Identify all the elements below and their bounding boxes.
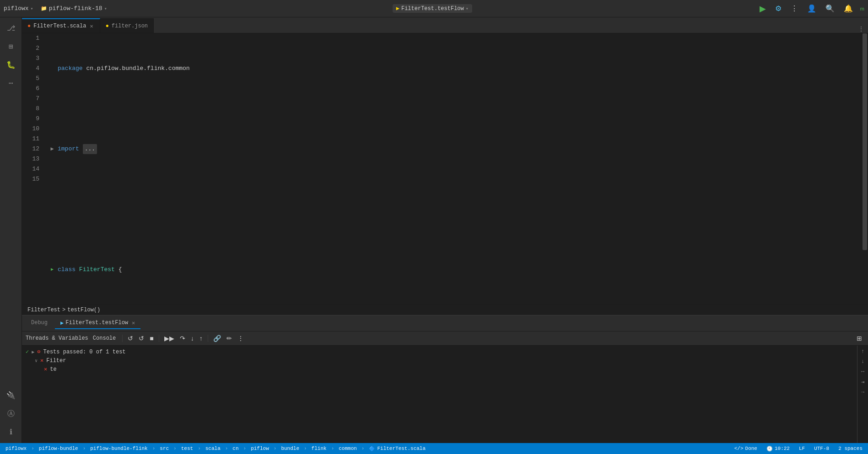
status-sep4: ›	[173, 446, 177, 451]
more-options-button[interactable]: ⋮	[789, 2, 800, 15]
line-num-7: 7	[22, 94, 39, 104]
tab-debug[interactable]: Debug	[26, 318, 53, 329]
status-piflow-bundle[interactable]: piflow-bundle	[37, 446, 80, 451]
line-num-4: 4	[22, 64, 39, 74]
scala-icon: ●	[27, 23, 31, 29]
status-bundle[interactable]: bundle	[279, 446, 301, 451]
rerun2-button[interactable]: ↺	[136, 333, 146, 343]
stop-button[interactable]: ■	[147, 333, 156, 343]
scroll-right-icon[interactable]: ⇥	[860, 378, 865, 386]
collapse-marker[interactable]: ▶	[49, 145, 56, 153]
notifications-button[interactable]: 🔔	[842, 2, 855, 15]
breadcrumb-testflow[interactable]: testFlow()	[67, 307, 100, 313]
editor-tabs-right[interactable]: ⋮	[858, 25, 868, 33]
status-flink[interactable]: flink	[310, 446, 329, 451]
test-summary-label: Tests passed: 0 of 1 test	[43, 349, 126, 355]
status-sep6: ›	[225, 446, 228, 451]
app-chevron-icon[interactable]: ▾	[31, 6, 33, 11]
sub-label: te	[50, 366, 56, 373]
sidebar-icon-extensions[interactable]: ⊞	[4, 39, 18, 54]
split-editor-icon[interactable]: ⋮	[858, 25, 864, 33]
sub-x-icon: ✕	[44, 366, 47, 373]
sidebar-right-icon[interactable]: →	[860, 388, 865, 396]
status-indent[interactable]: 2 spaces	[836, 446, 864, 451]
project-name[interactable]: 📁 piflow-flink-18 ▾	[41, 5, 107, 12]
title-bar-center: ▶ FilterTest.testFlow ▾	[107, 4, 758, 13]
line-num-13: 13	[22, 154, 39, 164]
toolbar-sep3	[208, 335, 208, 342]
status-bar-left: piflowx › piflow-bundle › piflow-bundle-…	[4, 446, 427, 452]
run-button[interactable]: ▶	[758, 2, 768, 16]
code-content[interactable]: package cn.piflow.bundle.flink.common ▶ …	[45, 33, 862, 304]
toolbar-sep	[122, 335, 123, 342]
console-tab[interactable]: Console	[93, 335, 116, 342]
filter-expand-icon[interactable]: ∨	[35, 358, 38, 363]
sidebar-icon-debug[interactable]: 🐛	[4, 58, 18, 72]
app-name[interactable]: piflowx ▾	[4, 5, 33, 12]
status-scala[interactable]: scala	[204, 446, 222, 451]
line-num-3: 3	[22, 53, 39, 64]
status-time[interactable]: 🕙 10:22	[765, 446, 792, 452]
status-encoding[interactable]: UTF-8	[812, 446, 831, 451]
link-button[interactable]: 🔗	[211, 333, 223, 343]
search-button[interactable]: 🔍	[824, 2, 836, 15]
sidebar-icon-bottom1[interactable]: 🔌	[4, 388, 18, 403]
debug-panel: Debug ▶ FilterTest.testFlow ✕ Threads & …	[22, 315, 868, 443]
scroll-down-icon[interactable]: ↓	[860, 358, 865, 366]
title-bar: piflowx ▾ 📁 piflow-flink-18 ▾ ▶ FilterTe…	[0, 0, 868, 17]
keyword-import: import	[58, 144, 79, 154]
status-cn[interactable]: cn	[231, 446, 240, 451]
line-num-5: 5	[22, 74, 39, 84]
rerun-button[interactable]: ↺	[125, 333, 135, 343]
sidebar-icon-bottom2[interactable]: Ⓐ	[4, 406, 18, 421]
tab-close-debug[interactable]: ✕	[132, 320, 135, 326]
tab-filtertest-scala[interactable]: ● FilterTest.scala ✕	[22, 18, 100, 33]
expand-layout-button[interactable]: ⊞	[854, 333, 864, 343]
edit-button[interactable]: ✏	[224, 333, 234, 343]
resume-button[interactable]: ▶▶	[162, 333, 177, 343]
scroll-up-icon[interactable]: ↑	[860, 347, 865, 356]
run-config[interactable]: ▶ FilterTest.testFlow ▾	[393, 4, 472, 13]
code-line-4	[49, 184, 862, 194]
status-common[interactable]: common	[337, 446, 359, 451]
status-piflowx[interactable]: piflowx	[4, 446, 28, 451]
filter-x-icon: ✕	[40, 357, 43, 364]
status-sep2: ›	[83, 446, 86, 451]
status-sep8: ›	[274, 446, 277, 451]
breadcrumb-sep1: >	[62, 307, 65, 313]
tab-filter-json[interactable]: ● filter.json	[100, 18, 154, 33]
status-piflow-bundle-flink[interactable]: piflow-bundle-flink	[88, 446, 149, 451]
run-marker-6[interactable]: ▶	[49, 266, 56, 273]
tests-passed-icon: ⊖	[37, 348, 40, 355]
status-piflow[interactable]: piflow	[249, 446, 271, 451]
status-lf[interactable]: LF	[797, 446, 807, 451]
step-out-button[interactable]: ↑	[197, 333, 205, 343]
sidebar-icon-bottom3[interactable]: ℹ	[4, 425, 18, 439]
editor-tabs: ● FilterTest.scala ✕ ● filter.json ⋮	[22, 17, 868, 33]
tab-filtertest-close[interactable]: ✕	[89, 22, 94, 30]
status-src[interactable]: src	[158, 446, 171, 451]
debug-run-button[interactable]: ⚙	[773, 2, 783, 15]
status-filtertest-scala[interactable]: 🔷 FilterTest.scala	[367, 446, 427, 452]
status-sep5: ›	[198, 446, 201, 451]
sidebar-icon-more[interactable]: ⋯	[4, 76, 18, 91]
code-line-6: ▶ class FilterTest {	[49, 265, 862, 275]
more-button[interactable]: ⋮	[235, 333, 246, 343]
step-over-button[interactable]: ↷	[178, 333, 188, 343]
summary-expand-icon[interactable]: ▶	[32, 349, 34, 355]
sidebar-icon-git[interactable]: ⎇	[4, 21, 18, 36]
code-line-3: ▶ import ...	[49, 144, 862, 154]
status-done[interactable]: </> Done	[733, 446, 759, 451]
filter-label: Filter	[46, 358, 66, 364]
account-button[interactable]: 👤	[805, 2, 818, 15]
breadcrumb-filtertest[interactable]: FilterTest	[27, 307, 60, 313]
step-into-button[interactable]: ↓	[189, 333, 196, 343]
scroll-left-icon[interactable]: ↔	[860, 368, 865, 376]
left-sidebar: ⎇ ⊞ 🐛 ⋯ 🔌 Ⓐ ℹ	[0, 17, 22, 443]
line-num-1: 1	[22, 33, 39, 43]
editor-scrollbar[interactable]: ✓	[862, 33, 868, 304]
status-test[interactable]: test	[179, 446, 195, 451]
import-ellipsis[interactable]: ...	[83, 144, 97, 154]
tab-filtertest-testflow[interactable]: ▶ FilterTest.testFlow ✕	[55, 318, 140, 329]
scroll-thumb[interactable]	[863, 33, 867, 250]
